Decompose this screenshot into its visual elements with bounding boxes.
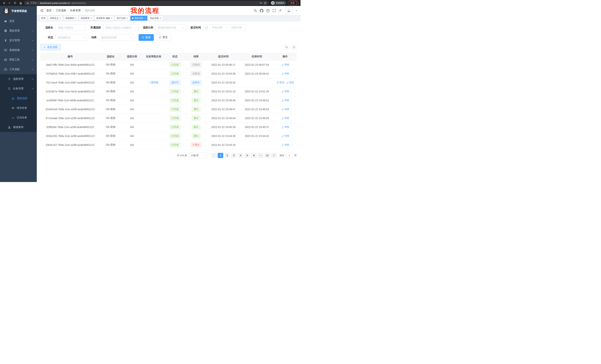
sidebar-item-label: 基础设施 (9, 48, 31, 52)
browser-forward-button[interactable] (7, 1, 11, 5)
end-date-placeholder: 结束日期 (229, 26, 244, 29)
tab-流程定义[interactable]: 流程定义× (48, 16, 63, 21)
browser-menu-dots-icon[interactable] (296, 1, 297, 4)
header-search-icon[interactable] (254, 9, 257, 12)
sidebar-item-0[interactable]: 首页 (0, 16, 37, 26)
breadcrumb-item[interactable]: 任务管理 (70, 9, 80, 12)
sidebar-item-4[interactable]: 研发工具 (0, 55, 37, 65)
browser-update-button[interactable]: 更新 (288, 1, 299, 5)
bookmark-star-icon[interactable] (264, 1, 267, 4)
close-icon[interactable]: × (144, 17, 146, 19)
action-详情-link[interactable]: 详情 (281, 143, 289, 147)
refresh-table-button[interactable] (291, 44, 297, 50)
sidebar-item-9[interactable]: 待办任务 (0, 103, 37, 113)
status-badge: 通过 (192, 125, 200, 130)
avatar-caret-icon[interactable] (295, 10, 298, 12)
close-icon[interactable]: × (90, 17, 92, 19)
browser-reload-button[interactable] (13, 1, 17, 5)
task-link[interactable]: 一级审批 (148, 81, 159, 84)
action-详情-link[interactable]: 详情 (286, 81, 294, 84)
toolbox-icon (4, 58, 7, 61)
breadcrumb-item[interactable]: 首页 (46, 9, 52, 12)
page-button-11[interactable]: 11 (264, 153, 270, 158)
tab-我的流程[interactable]: 我的流程× (130, 16, 147, 21)
total-count: 共 104 条 (177, 154, 187, 157)
action-详情-link[interactable]: 详情 (281, 90, 289, 93)
page-button-6[interactable]: 6 (251, 153, 257, 158)
tab-流程表单[interactable]: 流程表单× (79, 16, 93, 21)
action-详情-link[interactable]: 详情 (281, 63, 289, 67)
close-icon[interactable]: × (75, 17, 76, 19)
parent-process-input[interactable] (103, 24, 138, 31)
cell-status: 已完成 (165, 132, 185, 140)
tab-流程模型[interactable]: 流程模型× (63, 16, 78, 21)
sidebar-item-8[interactable]: 我的流程 (0, 94, 37, 103)
sidebar-item-5[interactable]: 工作流程 (0, 65, 37, 74)
page-button-···[interactable]: ··· (258, 153, 263, 158)
close-icon[interactable]: × (60, 17, 61, 19)
goto-page-input[interactable] (286, 153, 293, 158)
sidebar-collapse-icon[interactable] (40, 9, 43, 12)
tab-用户分组[interactable]: 用户分组× (115, 16, 130, 21)
logo-image (3, 8, 9, 14)
page-button-1[interactable]: 1 (218, 153, 223, 158)
submit-time-label: 提交时间 (190, 26, 201, 29)
filter-row-1: 流程名 所属流程 流程分类 提交时间 (40, 24, 297, 31)
reset-button[interactable]: 重置 (156, 34, 171, 41)
address-bar[interactable]: 不安全 dashboard.yudao.iocoder.cn/bpm/task/… (24, 1, 269, 5)
sidebar-item-2[interactable]: 支付管理 (0, 36, 37, 45)
page-button-2[interactable]: 2 (224, 153, 230, 158)
cell-actions: 详情 (274, 87, 297, 96)
action-详情-link[interactable]: 详情 (281, 125, 289, 129)
browser-home-button[interactable] (19, 1, 23, 5)
page-button-5[interactable]: 5 (244, 153, 250, 158)
browser-back-button[interactable] (2, 1, 6, 5)
page-button-3[interactable]: 3 (231, 153, 237, 158)
status-select[interactable] (55, 34, 87, 41)
close-icon[interactable]: × (127, 17, 128, 19)
create-process-button[interactable]: 发起流程 (40, 44, 60, 50)
action-取消-link[interactable]: 取消 (277, 81, 284, 84)
avatar[interactable] (285, 7, 292, 14)
page-button-4[interactable]: 4 (238, 153, 243, 158)
password-key-icon[interactable] (260, 1, 262, 4)
security-warning-icon[interactable] (26, 2, 29, 4)
prev-page-button[interactable] (211, 153, 217, 158)
action-详情-link[interactable]: 详情 (281, 134, 289, 138)
submit-time-range-picker[interactable]: 开始日期 - 结束日期 (203, 24, 246, 31)
sidebar-item-6[interactable]: 流程管理 (0, 74, 37, 84)
action-详情-link[interactable]: 详情 (281, 108, 289, 111)
tab-首页[interactable]: 首页 (39, 16, 47, 21)
process-category-select[interactable] (155, 24, 186, 31)
fullscreen-icon[interactable] (272, 9, 276, 12)
cell-category: OA (121, 87, 143, 96)
sidebar-item-1[interactable]: 系统管理 (0, 26, 37, 36)
tab-发起流程[interactable]: 发起流程× (148, 16, 163, 21)
sidebar-item-7[interactable]: 任务管理 (0, 84, 37, 94)
cell-result: 通过 (185, 105, 207, 114)
page-size-select[interactable]: 10条/页 (189, 153, 208, 158)
font-size-icon[interactable]: TT (279, 9, 283, 12)
action-详情-link[interactable]: 详情 (281, 116, 289, 120)
help-icon[interactable]: ? (266, 9, 270, 12)
breadcrumb: 首页/工作流程/任务管理/我的流程 (46, 9, 95, 12)
sidebar-item-3[interactable]: 基础设施 (0, 45, 37, 55)
result-select[interactable] (99, 34, 134, 41)
action-详情-link[interactable]: 详情 (281, 72, 289, 75)
cell-current-task (143, 105, 165, 114)
close-icon[interactable]: × (160, 17, 161, 19)
url-host: dashboard.yudao.iocoder.cn (40, 2, 70, 4)
action-详情-link[interactable]: 详情 (281, 99, 289, 102)
breadcrumb-item[interactable]: 工作流程 (56, 9, 66, 12)
toggle-search-button[interactable] (284, 44, 289, 50)
tab-流程表单-编辑[interactable]: 流程表单-编辑× (94, 16, 114, 21)
next-page-button[interactable] (271, 153, 277, 158)
sidebar-item-10[interactable]: 已办任务 (0, 113, 37, 123)
process-name-input[interactable] (55, 24, 86, 31)
sidebar: 芋道管理系统 首页系统管理支付管理基础设施研发工具工作流程流程管理任务管理我的流… (0, 6, 37, 182)
github-icon[interactable] (260, 9, 263, 12)
close-icon[interactable]: × (111, 17, 112, 19)
sidebar-item-11[interactable]: 请假查询 (0, 123, 37, 132)
edit-icon (281, 99, 284, 102)
search-button[interactable]: 搜索 (139, 34, 154, 41)
